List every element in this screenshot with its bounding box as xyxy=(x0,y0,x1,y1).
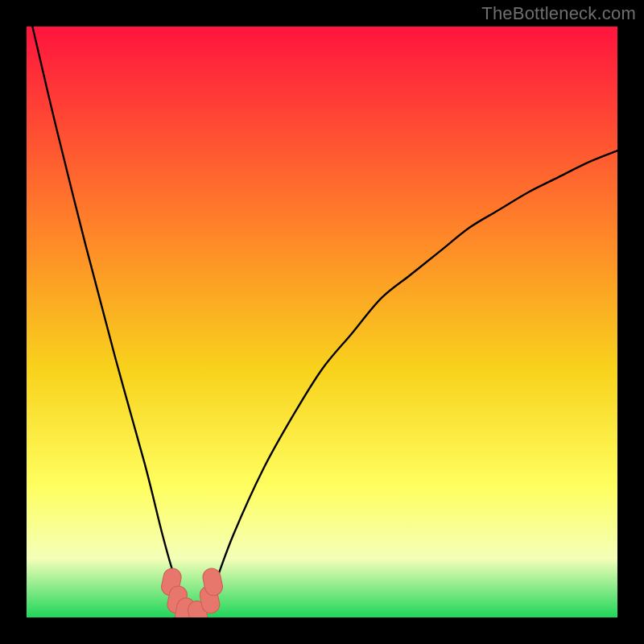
plot-area xyxy=(27,27,617,617)
watermark-text: TheBottleneck.com xyxy=(481,3,636,24)
chart-frame: TheBottleneck.com xyxy=(0,0,644,644)
gradient-background xyxy=(27,27,617,617)
chart-svg xyxy=(27,27,617,617)
